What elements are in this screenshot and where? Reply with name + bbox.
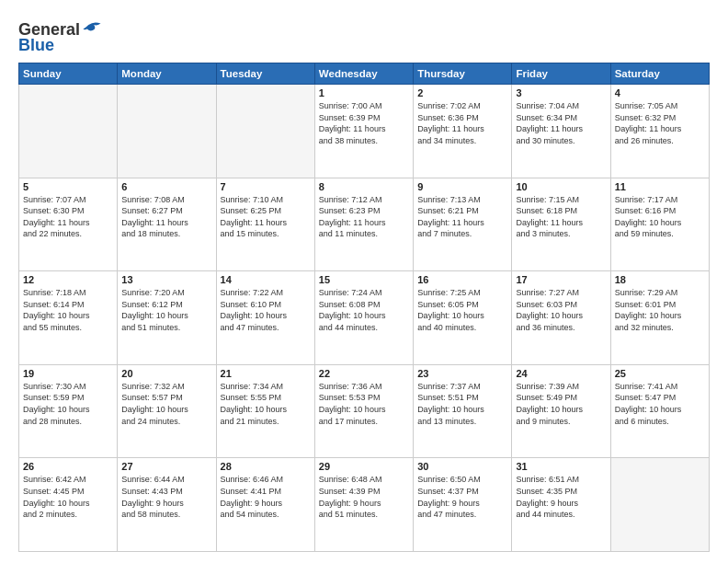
- day-number: 1: [319, 87, 409, 98]
- header: General Blue: [18, 17, 710, 55]
- day-info: Sunrise: 7:02 AM Sunset: 6:36 PM Dayligh…: [417, 100, 507, 146]
- day-info: Sunrise: 6:51 AM Sunset: 4:35 PM Dayligh…: [516, 474, 606, 520]
- week-row-5: 26Sunrise: 6:42 AM Sunset: 4:45 PM Dayli…: [19, 458, 710, 552]
- day-number: 29: [319, 461, 409, 472]
- day-info: Sunrise: 6:42 AM Sunset: 4:45 PM Dayligh…: [23, 474, 113, 520]
- day-info: Sunrise: 7:10 AM Sunset: 6:25 PM Dayligh…: [221, 194, 311, 240]
- day-number: 3: [516, 87, 606, 98]
- week-row-2: 5Sunrise: 7:07 AM Sunset: 6:30 PM Daylig…: [19, 178, 710, 271]
- calendar-cell: 12Sunrise: 7:18 AM Sunset: 6:14 PM Dayli…: [19, 271, 118, 365]
- day-info: Sunrise: 7:22 AM Sunset: 6:10 PM Dayligh…: [221, 287, 311, 333]
- day-info: Sunrise: 7:39 AM Sunset: 5:49 PM Dayligh…: [516, 381, 606, 427]
- week-row-3: 12Sunrise: 7:18 AM Sunset: 6:14 PM Dayli…: [19, 271, 710, 365]
- day-number: 5: [23, 181, 113, 192]
- calendar-cell: 18Sunrise: 7:29 AM Sunset: 6:01 PM Dayli…: [610, 271, 709, 365]
- day-info: Sunrise: 7:20 AM Sunset: 6:12 PM Dayligh…: [121, 287, 211, 333]
- day-number: 19: [23, 368, 113, 379]
- week-row-4: 19Sunrise: 7:30 AM Sunset: 5:59 PM Dayli…: [19, 364, 710, 458]
- calendar-cell: [216, 85, 314, 178]
- week-row-1: 1Sunrise: 7:00 AM Sunset: 6:39 PM Daylig…: [19, 85, 710, 178]
- weekday-header-saturday: Saturday: [610, 63, 709, 85]
- weekday-header-tuesday: Tuesday: [216, 63, 314, 85]
- day-number: 13: [121, 274, 211, 285]
- day-info: Sunrise: 7:17 AM Sunset: 6:16 PM Dayligh…: [615, 194, 705, 240]
- calendar-cell: 9Sunrise: 7:13 AM Sunset: 6:21 PM Daylig…: [414, 178, 512, 271]
- day-info: Sunrise: 7:04 AM Sunset: 6:34 PM Dayligh…: [516, 100, 606, 146]
- day-info: Sunrise: 7:41 AM Sunset: 5:47 PM Dayligh…: [615, 381, 705, 427]
- calendar-cell: 2Sunrise: 7:02 AM Sunset: 6:36 PM Daylig…: [414, 85, 512, 178]
- calendar-cell: 19Sunrise: 7:30 AM Sunset: 5:59 PM Dayli…: [19, 364, 118, 458]
- day-info: Sunrise: 7:29 AM Sunset: 6:01 PM Dayligh…: [615, 287, 705, 333]
- calendar-cell: 13Sunrise: 7:20 AM Sunset: 6:12 PM Dayli…: [118, 271, 216, 365]
- calendar-cell: 4Sunrise: 7:05 AM Sunset: 6:32 PM Daylig…: [610, 85, 709, 178]
- calendar-cell: [610, 458, 709, 552]
- weekday-header-wednesday: Wednesday: [314, 63, 413, 85]
- calendar-cell: 16Sunrise: 7:25 AM Sunset: 6:05 PM Dayli…: [414, 271, 512, 365]
- day-info: Sunrise: 7:36 AM Sunset: 5:53 PM Dayligh…: [319, 381, 409, 427]
- day-info: Sunrise: 7:07 AM Sunset: 6:30 PM Dayligh…: [23, 194, 113, 240]
- day-info: Sunrise: 7:05 AM Sunset: 6:32 PM Dayligh…: [615, 100, 705, 146]
- day-number: 18: [615, 274, 705, 285]
- calendar-cell: 6Sunrise: 7:08 AM Sunset: 6:27 PM Daylig…: [118, 178, 216, 271]
- day-number: 21: [221, 368, 311, 379]
- calendar-cell: 3Sunrise: 7:04 AM Sunset: 6:34 PM Daylig…: [512, 85, 610, 178]
- day-info: Sunrise: 7:00 AM Sunset: 6:39 PM Dayligh…: [319, 100, 409, 146]
- calendar-cell: 5Sunrise: 7:07 AM Sunset: 6:30 PM Daylig…: [19, 178, 118, 271]
- day-number: 22: [319, 368, 409, 379]
- day-number: 15: [319, 274, 409, 285]
- day-number: 2: [417, 87, 507, 98]
- weekday-header-sunday: Sunday: [19, 63, 118, 85]
- day-number: 9: [417, 181, 507, 192]
- day-number: 31: [516, 461, 606, 472]
- day-info: Sunrise: 7:30 AM Sunset: 5:59 PM Dayligh…: [23, 381, 113, 427]
- day-info: Sunrise: 7:15 AM Sunset: 6:18 PM Dayligh…: [516, 194, 606, 240]
- day-info: Sunrise: 6:44 AM Sunset: 4:43 PM Dayligh…: [121, 474, 211, 520]
- calendar-cell: 14Sunrise: 7:22 AM Sunset: 6:10 PM Dayli…: [216, 271, 314, 365]
- calendar-cell: 20Sunrise: 7:32 AM Sunset: 5:57 PM Dayli…: [118, 364, 216, 458]
- calendar-cell: 31Sunrise: 6:51 AM Sunset: 4:35 PM Dayli…: [512, 458, 610, 552]
- day-number: 23: [417, 368, 507, 379]
- calendar-cell: 8Sunrise: 7:12 AM Sunset: 6:23 PM Daylig…: [314, 178, 413, 271]
- calendar-cell: 22Sunrise: 7:36 AM Sunset: 5:53 PM Dayli…: [314, 364, 413, 458]
- day-number: 17: [516, 274, 606, 285]
- calendar-cell: [19, 85, 118, 178]
- day-number: 16: [417, 274, 507, 285]
- weekday-header-row: SundayMondayTuesdayWednesdayThursdayFrid…: [19, 63, 710, 85]
- day-number: 25: [615, 368, 705, 379]
- weekday-header-thursday: Thursday: [414, 63, 512, 85]
- day-number: 11: [615, 181, 705, 192]
- calendar-cell: 7Sunrise: 7:10 AM Sunset: 6:25 PM Daylig…: [216, 178, 314, 271]
- calendar-cell: 30Sunrise: 6:50 AM Sunset: 4:37 PM Dayli…: [414, 458, 512, 552]
- calendar-cell: 17Sunrise: 7:27 AM Sunset: 6:03 PM Dayli…: [512, 271, 610, 365]
- calendar-cell: 26Sunrise: 6:42 AM Sunset: 4:45 PM Dayli…: [19, 458, 118, 552]
- day-info: Sunrise: 7:13 AM Sunset: 6:21 PM Dayligh…: [417, 194, 507, 240]
- calendar-cell: 1Sunrise: 7:00 AM Sunset: 6:39 PM Daylig…: [314, 85, 413, 178]
- day-number: 4: [615, 87, 705, 98]
- calendar-cell: 11Sunrise: 7:17 AM Sunset: 6:16 PM Dayli…: [610, 178, 709, 271]
- day-info: Sunrise: 7:27 AM Sunset: 6:03 PM Dayligh…: [516, 287, 606, 333]
- weekday-header-monday: Monday: [118, 63, 216, 85]
- calendar-cell: 27Sunrise: 6:44 AM Sunset: 4:43 PM Dayli…: [118, 458, 216, 552]
- day-info: Sunrise: 6:46 AM Sunset: 4:41 PM Dayligh…: [221, 474, 311, 520]
- day-number: 12: [23, 274, 113, 285]
- calendar-cell: 10Sunrise: 7:15 AM Sunset: 6:18 PM Dayli…: [512, 178, 610, 271]
- day-number: 30: [417, 461, 507, 472]
- calendar-cell: 21Sunrise: 7:34 AM Sunset: 5:55 PM Dayli…: [216, 364, 314, 458]
- day-info: Sunrise: 7:08 AM Sunset: 6:27 PM Dayligh…: [121, 194, 211, 240]
- day-info: Sunrise: 7:25 AM Sunset: 6:05 PM Dayligh…: [417, 287, 507, 333]
- calendar-table: SundayMondayTuesdayWednesdayThursdayFrid…: [18, 63, 710, 552]
- day-number: 10: [516, 181, 606, 192]
- day-number: 8: [319, 181, 409, 192]
- day-number: 28: [221, 461, 311, 472]
- day-info: Sunrise: 7:12 AM Sunset: 6:23 PM Dayligh…: [319, 194, 409, 240]
- day-number: 27: [121, 461, 211, 472]
- day-info: Sunrise: 7:18 AM Sunset: 6:14 PM Dayligh…: [23, 287, 113, 333]
- day-number: 7: [221, 181, 311, 192]
- calendar-cell: 25Sunrise: 7:41 AM Sunset: 5:47 PM Dayli…: [610, 364, 709, 458]
- day-number: 6: [121, 181, 211, 192]
- day-info: Sunrise: 7:24 AM Sunset: 6:08 PM Dayligh…: [319, 287, 409, 333]
- day-info: Sunrise: 6:48 AM Sunset: 4:39 PM Dayligh…: [319, 474, 409, 520]
- day-number: 20: [121, 368, 211, 379]
- day-info: Sunrise: 7:34 AM Sunset: 5:55 PM Dayligh…: [221, 381, 311, 427]
- logo-bird-icon: [82, 17, 102, 38]
